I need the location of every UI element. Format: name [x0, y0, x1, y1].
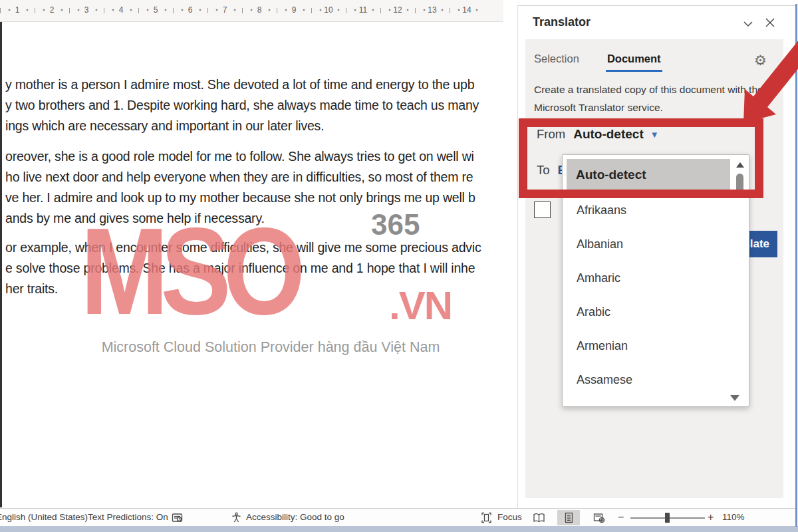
accessibility-icon [231, 512, 242, 523]
pane-tab[interactable]: Document [607, 53, 661, 70]
ruler-number: 13 [415, 2, 450, 21]
ruler-number: 10 [311, 2, 346, 21]
listbox-selected-option[interactable]: Auto-detect [567, 159, 730, 190]
checkbox[interactable] [534, 201, 551, 218]
document-line: her traits. [5, 279, 503, 299]
listbox-option[interactable]: Armenian [563, 329, 734, 363]
print-layout-button[interactable] [557, 510, 580, 525]
ruler-number: 5 [138, 2, 173, 21]
document-line: y two brothers and 1. Despite working ha… [5, 95, 503, 116]
status-bar: English (United States) Text Predictions… [0, 508, 795, 526]
scroll-up-icon[interactable] [736, 162, 744, 168]
from-language-listbox: Auto-detect AfrikaansAlbanianAmharicArab… [562, 154, 749, 407]
to-label: To [537, 163, 550, 178]
ruler-number: 14 [450, 2, 484, 21]
pane-tabs: SelectionDocument [534, 53, 661, 70]
horizontal-ruler: 123456789101112131415 [0, 0, 503, 22]
pane-tab[interactable]: Selection [534, 53, 579, 70]
gear-icon[interactable]: ⚙ [754, 53, 767, 68]
document-line: y mother is a person I admire most. She … [5, 74, 503, 95]
accessibility-status[interactable]: Accessibility: Good to go [246, 509, 344, 526]
document-line: or example, when I encounter some diffic… [5, 237, 503, 258]
pane-title: Translator [533, 15, 591, 29]
document-line: oreover, she is a good role model for me… [5, 146, 503, 167]
from-label: From [537, 127, 565, 142]
zoom-level[interactable]: 110% [722, 509, 745, 526]
ruler-number: 8 [242, 2, 277, 21]
web-layout-button[interactable] [588, 510, 610, 525]
zoom-out-button[interactable]: − [618, 509, 624, 526]
document-line: ve her. I admire and look up to my mothe… [5, 188, 503, 208]
listbox-option[interactable]: Arabic [563, 295, 734, 329]
ruler-number: 1 [0, 2, 35, 21]
ruler-number: 11 [346, 2, 380, 21]
window-bottom-edge [0, 526, 798, 532]
document-line: ands by me and gives some help if necess… [5, 208, 503, 229]
listbox-option[interactable]: Amharic [563, 261, 734, 295]
ruler-number: 7 [207, 2, 242, 21]
ruler-number: 12 [380, 2, 415, 21]
listbox-option[interactable]: Albanian [563, 227, 734, 261]
document-line: e solve those problems. She has a major … [5, 258, 503, 279]
scroll-down-icon[interactable] [730, 395, 739, 401]
document-line: ings which are necessary and important i… [5, 116, 503, 136]
listbox-option[interactable]: Afrikaans [563, 194, 734, 227]
chevron-down-icon[interactable] [742, 18, 754, 30]
zoom-slider-thumb[interactable] [665, 513, 670, 523]
pane-description: Create a translated copy of this documen… [534, 80, 767, 116]
from-language-dropdown[interactable]: Auto-detect [573, 127, 644, 142]
close-icon[interactable] [764, 17, 776, 29]
listbox-option[interactable]: Azerbaijani [563, 397, 734, 407]
ruler-number: 6 [173, 2, 207, 21]
paragraph: y mother is a person I admire most. She … [5, 74, 503, 136]
ruler-number: 4 [104, 2, 138, 21]
zoom-in-button[interactable]: + [708, 509, 714, 526]
document-page[interactable]: y mother is a person I admire most. She … [2, 22, 503, 507]
ruler-number: 3 [69, 2, 104, 21]
focus-toggle[interactable]: Focus [497, 509, 522, 526]
scrollbar-thumb[interactable] [736, 174, 743, 195]
text-predictions-icon[interactable] [172, 512, 183, 523]
document-line: ho live next door and help everyone when… [5, 167, 503, 188]
listbox-options: AfrikaansAlbanianAmharicArabicArmenianAs… [563, 194, 734, 407]
focus-icon [481, 512, 492, 523]
watermark-tagline: Microsoft Cloud Solution Provider hàng đ… [87, 339, 454, 356]
ruler-number: 9 [277, 2, 311, 21]
paragraph: oreover, she is a good role model for me… [5, 146, 503, 229]
paragraph: or example, when I encounter some diffic… [5, 237, 503, 299]
language-status[interactable]: English (United States) [0, 509, 88, 526]
ruler-number: 2 [35, 2, 69, 21]
read-mode-button[interactable] [527, 510, 550, 525]
listbox-option[interactable]: Assamese [563, 363, 734, 397]
text-predictions-status[interactable]: Text Predictions: On [88, 509, 168, 526]
from-language-row: From Auto-detect ▼ [537, 127, 659, 142]
window-right-border [795, 4, 797, 527]
listbox-scrollbar[interactable] [734, 159, 746, 398]
chevron-down-icon[interactable]: ▼ [650, 130, 659, 140]
